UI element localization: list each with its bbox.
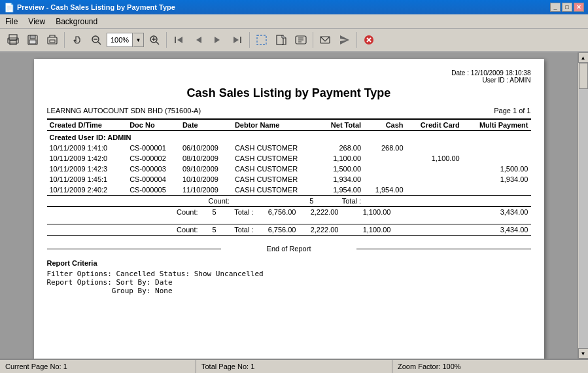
row3-multipayment: 1,500.00	[462, 164, 531, 174]
sub-total-label: Total :	[220, 207, 256, 218]
toolbar-separator-1	[64, 32, 65, 48]
print-button[interactable]	[4, 31, 22, 49]
gt-mp-val: 3,434.00	[394, 224, 531, 235]
svg-rect-0	[9, 35, 17, 40]
subtotal-nettotal	[364, 196, 406, 207]
row1-creditcard	[406, 143, 462, 153]
col-header-creditcard: Credit Card	[406, 119, 462, 131]
send-button[interactable]	[336, 31, 354, 49]
svg-rect-5	[30, 35, 35, 39]
toolbar-separator-3	[249, 32, 250, 48]
row4-date: 10/10/2009	[180, 174, 232, 185]
toolbar-separator-4	[313, 32, 313, 48]
row5-debtor: CASH CUSTOMER	[232, 185, 319, 196]
save-button[interactable]	[24, 31, 42, 49]
subtotal-creditcard	[462, 196, 531, 207]
row2-debtor: CASH CUSTOMER	[232, 153, 319, 164]
subtotal-row: Count: 5 Total :	[47, 196, 531, 207]
first-page-button[interactable]	[169, 31, 188, 49]
row5-datetime: 10/11/2009 2:40:2	[47, 185, 128, 196]
current-page-text: Current Page No: 1	[5, 363, 67, 370]
subtotal-table: Count: 5 Total : 6,756.00 2,222.00 1,100…	[47, 206, 531, 236]
scroll-thumb[interactable]	[579, 63, 588, 89]
row3-debtor: CASH CUSTOMER	[232, 164, 319, 174]
row5-docno: CS-000005	[127, 185, 180, 196]
row1-debtor: CASH CUSTOMER	[232, 143, 319, 153]
col-header-date: Date	[180, 119, 232, 131]
report-scroll-area[interactable]: Date : 12/10/2009 18:10:38 User ID : ADM…	[0, 52, 578, 359]
row1-multipayment	[462, 143, 531, 153]
row4-cash	[364, 174, 406, 185]
export-button[interactable]	[272, 31, 290, 49]
row1-date: 06/10/2009	[180, 143, 232, 153]
maximize-button[interactable]: □	[562, 3, 572, 12]
next-page-button[interactable]	[209, 31, 227, 49]
end-of-report-text: End of Report	[267, 245, 311, 253]
row3-date: 09/10/2009	[180, 164, 232, 174]
close-window-button[interactable]: ✕	[574, 3, 584, 12]
status-bar: Current Page No: 1 Total Page No: 1 Zoom…	[0, 359, 588, 373]
col-header-debtor: Debtor Name	[232, 119, 319, 131]
sub-spacer1	[47, 207, 152, 218]
row4-docno: CS-000004	[127, 174, 180, 185]
row1-docno: CS-000001	[127, 143, 180, 153]
select-button[interactable]	[252, 31, 271, 49]
svg-rect-8	[50, 40, 55, 43]
menu-bar: File View Background	[0, 14, 588, 29]
email-button[interactable]	[316, 31, 334, 49]
hand-tool-button[interactable]	[67, 31, 86, 49]
menu-file[interactable]: File	[3, 16, 20, 27]
scroll-down-button[interactable]: ▼	[578, 348, 589, 359]
gt-spacer1	[47, 224, 152, 235]
sub-cc-val: 1,100.00	[341, 207, 394, 218]
gt-total-val: 6,756.00	[256, 224, 299, 235]
scroll-up-button[interactable]: ▲	[578, 52, 589, 63]
zoom-dropdown-button[interactable]: ▼	[133, 33, 144, 47]
close-button[interactable]	[360, 31, 378, 49]
svg-rect-6	[29, 40, 36, 44]
total-page-text: Total Page No: 1	[201, 363, 254, 370]
row5-cash: 1,954.00	[364, 185, 406, 196]
minimize-button[interactable]: _	[550, 3, 561, 12]
sub-count-label: Count:	[152, 207, 201, 218]
table-row: 10/11/2009 2:40:2 CS-000005 11/10/2009 C…	[47, 185, 531, 196]
sub-mp-val: 3,434.00	[394, 207, 531, 218]
vertical-scrollbar[interactable]: ▲ ▼	[578, 52, 588, 359]
svg-marker-21	[233, 37, 239, 43]
print2-button[interactable]	[43, 31, 61, 49]
row3-nettotal: 1,500.00	[319, 164, 364, 174]
zoom-factor-text: Zoom Factor: 100%	[398, 363, 461, 370]
menu-view[interactable]: View	[26, 16, 48, 27]
sub-total-val: 6,756.00	[256, 207, 299, 218]
row4-debtor: CASH CUSTOMER	[232, 174, 319, 185]
status-zoom: Zoom Factor: 100%	[392, 360, 588, 373]
table-row: 10/11/2009 1:42:0 CS-000002 08/10/2009 C…	[47, 153, 531, 164]
row5-date: 11/10/2009	[180, 185, 232, 196]
col-header-docno: Doc No	[127, 119, 180, 131]
row4-creditcard	[406, 174, 462, 185]
report-header-right: Date : 12/10/2009 18:10:38 User ID : ADM…	[47, 69, 531, 84]
zoom-input[interactable]: 100%	[107, 33, 133, 47]
row2-datetime: 10/11/2009 1:42:0	[47, 153, 128, 164]
criteria-line1: Filter Options: Cancelled Status: Show U…	[47, 270, 531, 278]
scroll-track[interactable]	[579, 63, 588, 348]
col-header-nettotal: Net Total	[319, 119, 364, 131]
row1-datetime: 10/11/2009 1:41:0	[47, 143, 128, 153]
prev-page-button[interactable]	[189, 31, 207, 49]
status-total-pages: Total Page No: 1	[196, 360, 392, 373]
table-row: 10/11/2009 1:45:1 CS-000004 10/10/2009 C…	[47, 174, 531, 185]
status-current-page: Current Page No: 1	[0, 360, 196, 373]
zoom-in-button[interactable]	[145, 31, 164, 49]
subtotal-count-label: Count:	[180, 196, 232, 207]
zoom-out-button[interactable]	[87, 31, 105, 49]
toolbar-separator-2	[166, 32, 167, 48]
report-company-row: LEARNNG AUTOCOUNT SDN BHD (751600-A) Pag…	[47, 107, 531, 115]
gt-count-val: 5	[201, 224, 220, 235]
menu-background[interactable]: Background	[53, 16, 100, 27]
row2-nettotal: 1,100.00	[319, 153, 364, 164]
table-row: 10/11/2009 1:42:3 CS-000003 09/10/2009 C…	[47, 164, 531, 174]
toggle-button[interactable]	[292, 31, 310, 49]
row4-datetime: 10/11/2009 1:45:1	[47, 174, 128, 185]
row3-datetime: 10/11/2009 1:42:3	[47, 164, 128, 174]
last-page-button[interactable]	[228, 31, 247, 49]
